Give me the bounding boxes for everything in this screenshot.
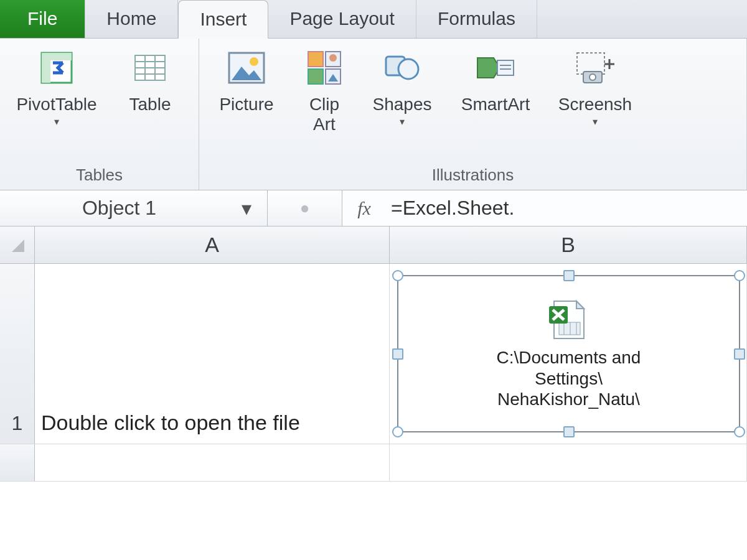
cell-b1[interactable]: C:\Documents and Settings\ NehaKishor_Na… bbox=[390, 264, 747, 444]
ribbon-group-tables: PivotTable ▾ Table Tables bbox=[0, 39, 199, 190]
formula-bar-buttons: ● bbox=[268, 190, 342, 226]
clip-art-icon bbox=[303, 46, 346, 90]
table-button[interactable]: Table bbox=[110, 42, 190, 163]
svg-point-17 bbox=[398, 59, 418, 79]
table-icon bbox=[128, 46, 172, 90]
screenshot-icon bbox=[573, 46, 617, 90]
smartart-label: SmartArt bbox=[461, 95, 530, 114]
picture-icon bbox=[225, 46, 268, 90]
row-2 bbox=[0, 444, 747, 482]
screenshot-button[interactable]: Screensh ▾ bbox=[545, 42, 645, 163]
column-header-b[interactable]: B bbox=[390, 226, 747, 263]
embedded-object-caption: C:\Documents and Settings\ NehaKishor_Na… bbox=[493, 345, 645, 410]
dropdown-caret-icon: ▾ bbox=[54, 116, 59, 128]
resize-handle[interactable] bbox=[563, 426, 575, 437]
name-box[interactable]: Object 1 ▾ bbox=[0, 190, 268, 226]
smartart-icon bbox=[474, 46, 517, 90]
resize-handle[interactable] bbox=[563, 270, 575, 281]
shapes-icon bbox=[380, 46, 424, 90]
resize-handle[interactable] bbox=[392, 348, 403, 360]
clip-art-button[interactable]: Clip Art bbox=[290, 42, 359, 163]
shapes-label: Shapes bbox=[373, 95, 432, 114]
resize-handle[interactable] bbox=[392, 426, 403, 437]
svg-rect-26 bbox=[559, 322, 580, 335]
smartart-button[interactable]: SmartArt bbox=[446, 42, 545, 163]
ribbon-tabstrip: File Home Insert Page Layout Formulas bbox=[0, 0, 747, 39]
dropdown-caret-icon: ▾ bbox=[400, 116, 405, 128]
resize-handle[interactable] bbox=[734, 270, 745, 281]
fx-label[interactable]: fx bbox=[342, 198, 386, 219]
group-label-illustrations: Illustrations bbox=[203, 163, 743, 189]
row-header-1[interactable]: 1 bbox=[0, 264, 35, 444]
picture-label: Picture bbox=[219, 95, 273, 114]
cell-a2[interactable] bbox=[35, 444, 390, 481]
excel-file-icon bbox=[545, 297, 593, 345]
resize-handle[interactable] bbox=[734, 348, 745, 360]
embedded-excel-object[interactable]: C:\Documents and Settings\ NehaKishor_Na… bbox=[397, 275, 740, 432]
shapes-button[interactable]: Shapes ▾ bbox=[359, 42, 446, 163]
formula-bar: Object 1 ▾ ● fx =Excel.Sheet. bbox=[0, 190, 747, 226]
tab-file[interactable]: File bbox=[0, 0, 85, 38]
svg-point-10 bbox=[250, 57, 258, 66]
tab-formulas[interactable]: Formulas bbox=[416, 0, 537, 38]
resize-handle[interactable] bbox=[392, 270, 403, 281]
svg-rect-21 bbox=[577, 53, 604, 74]
resize-handle[interactable] bbox=[734, 426, 745, 437]
row-1: 1 Double click to open the file C:\Docum bbox=[0, 264, 747, 444]
group-label-tables: Tables bbox=[4, 163, 195, 189]
column-header-a[interactable]: A bbox=[35, 226, 390, 263]
tab-page-layout[interactable]: Page Layout bbox=[268, 0, 416, 38]
svg-rect-18 bbox=[497, 60, 514, 75]
svg-point-23 bbox=[590, 74, 596, 80]
pivot-table-icon bbox=[35, 46, 78, 90]
clip-art-label: Clip Art bbox=[309, 95, 339, 134]
spreadsheet-grid: A B 1 Double click to open the file bbox=[0, 226, 747, 482]
pivot-table-label: PivotTable bbox=[16, 95, 96, 114]
column-headers: A B bbox=[0, 226, 747, 264]
tab-insert[interactable]: Insert bbox=[178, 0, 268, 39]
formula-input[interactable]: =Excel.Sheet. bbox=[386, 197, 747, 220]
svg-rect-2 bbox=[42, 53, 50, 83]
picture-button[interactable]: Picture bbox=[203, 42, 290, 163]
pivot-table-button[interactable]: PivotTable ▾ bbox=[4, 42, 110, 163]
ribbon-group-illustrations: Picture Clip Art bbox=[199, 39, 747, 190]
row-header-2[interactable] bbox=[0, 444, 35, 481]
screenshot-label: Screensh bbox=[558, 95, 632, 114]
dropdown-caret-icon: ▾ bbox=[593, 116, 598, 128]
table-label: Table bbox=[129, 95, 171, 114]
name-box-dropdown-icon[interactable]: ▾ bbox=[238, 200, 255, 217]
name-box-text: Object 1 bbox=[0, 197, 238, 220]
svg-point-13 bbox=[329, 54, 337, 62]
cell-a1-text: Double click to open the file bbox=[41, 411, 300, 435]
cell-a1[interactable]: Double click to open the file bbox=[35, 264, 390, 444]
svg-rect-14 bbox=[308, 69, 323, 84]
cell-b2[interactable] bbox=[390, 444, 747, 481]
svg-rect-11 bbox=[308, 52, 323, 67]
select-all-corner[interactable] bbox=[0, 226, 35, 263]
tab-home[interactable]: Home bbox=[85, 0, 178, 38]
ribbon: PivotTable ▾ Table Tables bbox=[0, 39, 747, 190]
